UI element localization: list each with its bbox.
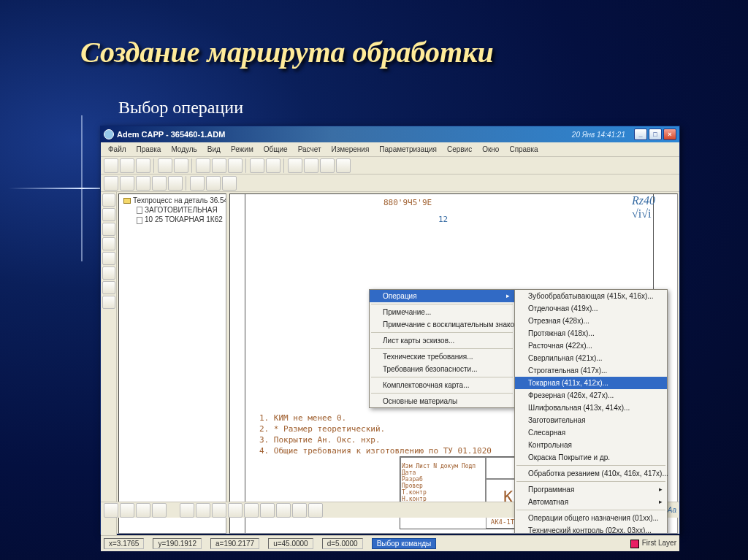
menu-module[interactable]: Модуль [167, 144, 201, 155]
tool-new[interactable] [104, 158, 118, 173]
btool-1[interactable] [104, 503, 118, 518]
vtool-2[interactable] [102, 208, 115, 221]
status-y: y=190.1912 [153, 538, 202, 549]
menu-edit[interactable]: Правка [132, 144, 166, 155]
menu-calc[interactable]: Расчет [294, 144, 326, 155]
btool-11[interactable] [276, 503, 291, 518]
minimize-button[interactable]: _ [634, 129, 647, 140]
vtool-4[interactable] [102, 237, 115, 250]
vtool-1[interactable] [102, 193, 115, 207]
tool-undo[interactable] [250, 158, 264, 173]
menu-item[interactable]: Лист карты эскизов... [370, 334, 514, 347]
tool-fit[interactable] [304, 158, 318, 173]
btool-8[interactable] [228, 503, 243, 518]
technical-note-4: 4. Общие требования к изготовлению по ТУ… [259, 446, 492, 456]
btool-3[interactable] [136, 503, 150, 518]
menu-item[interactable]: Примечание... [370, 306, 514, 318]
submenu-item[interactable]: Протяжная (418х)... [515, 327, 667, 340]
close-button[interactable]: × [663, 129, 676, 140]
submenu-item[interactable]: Заготовительная [515, 414, 667, 426]
menu-window[interactable]: Окно [478, 144, 503, 155]
btool-4[interactable] [152, 503, 167, 518]
status-layer[interactable]: First Layer [630, 539, 676, 548]
tool-help[interactable] [336, 158, 351, 173]
menu-help[interactable]: Справка [505, 144, 542, 155]
menu-separator [516, 465, 665, 466]
menu-file[interactable]: Файл [104, 144, 131, 155]
submenu-item[interactable]: Расточная (422х)... [515, 340, 667, 352]
menu-item[interactable]: Основные материалы [370, 395, 514, 407]
menu-mode[interactable]: Режим [226, 144, 258, 155]
btool-5[interactable] [180, 503, 194, 518]
submenu-item[interactable]: Операции общего назначения (01хх)... [515, 512, 667, 524]
tree-item[interactable]: ЗАГОТОВИТЕЛЬНАЯ [121, 205, 224, 215]
btool-13[interactable] [308, 503, 323, 518]
tool-cut[interactable] [196, 158, 210, 173]
context-menu-main[interactable]: Операция Примечание... Примечание с воск… [369, 289, 515, 408]
vtool-5[interactable] [102, 252, 115, 265]
tool-h[interactable] [222, 176, 237, 191]
submenu-item[interactable]: Слесарная [515, 426, 667, 439]
submenu-item[interactable]: Окраска Покрытие и др. [515, 451, 667, 464]
submenu-item[interactable]: Фрезерная (426х, 427х)... [515, 389, 667, 402]
submenu-item[interactable]: Технический контроль (02хх, 03хх)... [515, 524, 667, 534]
menu-item[interactable]: Примечание с восклицательным знаком... [370, 318, 514, 331]
submenu-item[interactable]: Автоматная [515, 496, 667, 508]
tool-xy[interactable] [320, 158, 335, 173]
maximize-button[interactable]: □ [649, 129, 662, 140]
submenu-item[interactable]: Контрольная [515, 439, 667, 451]
submenu-item[interactable]: Отрезная (428х)... [515, 315, 667, 327]
tool-paste[interactable] [228, 158, 243, 173]
tool-copy[interactable] [212, 158, 226, 173]
tool-a[interactable] [104, 176, 118, 191]
document-icon [137, 207, 142, 214]
tool-save[interactable] [136, 158, 150, 173]
btool-9[interactable] [244, 503, 259, 518]
tool-g[interactable] [206, 176, 221, 191]
vtool-3[interactable] [102, 223, 115, 236]
tool-d[interactable] [152, 176, 167, 191]
toolbar-separator [186, 176, 187, 191]
menu-general[interactable]: Общие [259, 144, 292, 155]
submenu-item[interactable]: Шлифовальная (413х, 414х)... [515, 402, 667, 414]
submenu-item-turning[interactable]: Токарная (411х, 412х)... [515, 377, 667, 389]
tool-print[interactable] [158, 158, 172, 173]
tool-open[interactable] [120, 158, 134, 173]
statusbar: x=3.1765 y=190.1912 a=190.2177 u=45.0000… [101, 535, 679, 551]
submenu-item[interactable]: Зубообрабатывающая (415х, 416х)... [515, 290, 667, 302]
drawing-canvas[interactable]: 880'9Ч5'9Е 12 Rz40√i√i 1. КИМ не менее 0… [229, 193, 678, 534]
vtool-7[interactable] [102, 281, 115, 294]
btool-7[interactable] [212, 503, 226, 518]
menu-item[interactable]: Технические требования... [370, 350, 514, 363]
tree-item[interactable]: 10 25 ТОКАРНАЯ 1К62 [121, 215, 224, 224]
tool-b[interactable] [120, 176, 134, 191]
tool-e[interactable] [168, 176, 183, 191]
tree-root[interactable]: Техпроцесс на деталь 36.546.0 [121, 196, 224, 205]
menu-measure[interactable]: Измерения [327, 144, 373, 155]
btool-10[interactable] [260, 503, 275, 518]
menu-view[interactable]: Вид [203, 144, 225, 155]
submenu-item[interactable]: Обработка резанием (410х, 416х, 417х)... [515, 467, 667, 480]
vtool-8[interactable] [102, 296, 115, 309]
menu-param[interactable]: Параметризация [375, 144, 441, 155]
menu-service[interactable]: Сервис [443, 144, 476, 155]
menu-item[interactable]: Комплектовочная карта... [370, 379, 514, 391]
tool-preview[interactable] [174, 158, 188, 173]
context-submenu-operations[interactable]: Зубообрабатывающая (415х, 416х)... Отдел… [514, 289, 668, 534]
tool-zoom[interactable] [288, 158, 302, 173]
btool-12[interactable] [292, 503, 307, 518]
vtool-6[interactable] [102, 266, 115, 280]
btool-2[interactable] [120, 503, 134, 518]
tool-f[interactable] [190, 176, 205, 191]
submenu-item[interactable]: Строгательная (417х)... [515, 364, 667, 377]
submenu-item[interactable]: Отделочная (419х)... [515, 302, 667, 315]
menu-item-operation[interactable]: Операция [370, 290, 514, 302]
btool-6[interactable] [196, 503, 210, 518]
tool-c[interactable] [136, 176, 150, 191]
menu-item[interactable]: Требования безопасности... [370, 363, 514, 375]
tree-panel[interactable]: Техпроцесс на деталь 36.546.0 ЗАГОТОВИТЕ… [118, 193, 226, 534]
tool-redo[interactable] [266, 158, 280, 173]
titlebar[interactable]: Adem CAPP - 365460-1.ADM 20 Янв 14:41:21… [101, 126, 679, 142]
submenu-item[interactable]: Программная [515, 483, 667, 496]
submenu-item[interactable]: Сверлильная (421х)... [515, 352, 667, 364]
